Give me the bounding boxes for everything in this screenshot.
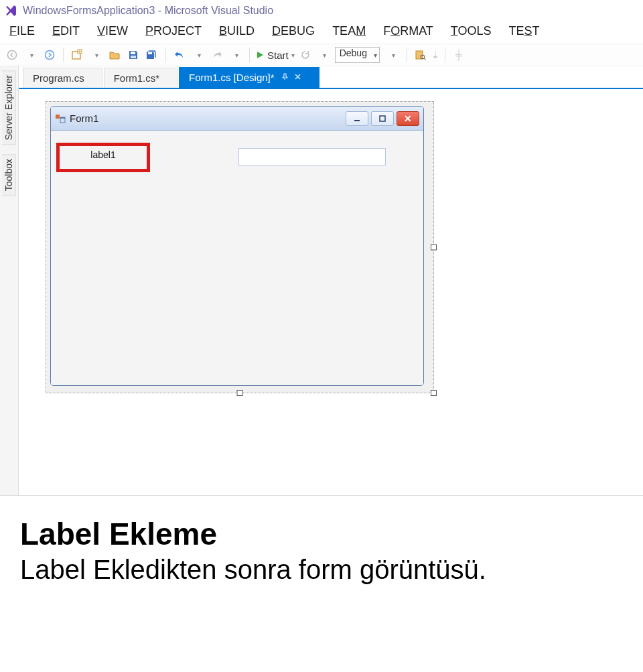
save-all-icon[interactable]: [144, 47, 160, 63]
winform-title: Form1: [70, 113, 98, 124]
solution-config-value: Debug: [335, 47, 380, 63]
toolbar: Start ▾ Debug ⇣ ╪: [0, 44, 643, 66]
toolbar-separator: [63, 48, 64, 62]
caption-heading: Label Ekleme: [20, 516, 623, 552]
winform-icon: [55, 113, 66, 124]
editor-area: Program.cs Form1.cs* Form1.cs [Design]*: [19, 66, 643, 495]
toolbar-separator: [165, 48, 166, 62]
undo-dropdown[interactable]: [190, 47, 206, 63]
menu-debug[interactable]: DEBUG: [272, 24, 315, 38]
solution-config-select[interactable]: Debug: [335, 47, 380, 63]
save-icon[interactable]: [125, 47, 141, 63]
resize-handle-right[interactable]: [431, 245, 437, 251]
doc-tab-form1-code[interactable]: Form1.cs*: [104, 68, 177, 88]
svg-rect-9: [56, 115, 60, 119]
config-dropdown[interactable]: [385, 47, 401, 63]
main-area: Server Explorer Toolbox Program.cs Form1…: [0, 66, 643, 495]
new-project-dropdown[interactable]: [88, 47, 104, 63]
nav-back-icon[interactable]: [4, 47, 20, 63]
textbox-control[interactable]: [238, 148, 386, 165]
menu-view[interactable]: VIEW: [97, 24, 128, 38]
redo-dropdown[interactable]: [228, 47, 244, 63]
find-in-files-icon[interactable]: [413, 47, 429, 63]
svg-rect-13: [380, 116, 385, 121]
align-icon[interactable]: ╪: [451, 47, 467, 63]
undo-icon[interactable]: [171, 47, 188, 63]
close-icon: ✕: [404, 113, 412, 124]
toolbar-separator: [249, 48, 250, 62]
svg-point-0: [8, 51, 17, 60]
winform-titlebar[interactable]: Form1 ✕: [51, 107, 423, 131]
svg-rect-6: [148, 52, 152, 54]
nav-forward-icon[interactable]: [42, 47, 58, 63]
winform-maximize-button[interactable]: [371, 111, 394, 126]
menu-tools[interactable]: TOOLS: [451, 24, 492, 38]
menu-file[interactable]: FILE: [9, 24, 35, 38]
label1-control[interactable]: label1: [90, 149, 115, 165]
menu-format[interactable]: FORMAT: [383, 24, 433, 38]
winform-close-button[interactable]: ✕: [397, 111, 419, 126]
winform-client-area[interactable]: label1: [51, 131, 423, 385]
winform[interactable]: Form1 ✕: [50, 106, 424, 386]
start-label: Start: [267, 50, 289, 61]
caption-text: Label Ekledikten sonra form görüntüsü.: [20, 555, 623, 585]
label1-highlight: label1: [56, 143, 150, 172]
new-project-icon[interactable]: [69, 47, 85, 63]
form-designer-frame[interactable]: Form1 ✕: [46, 101, 434, 393]
svg-point-1: [46, 51, 54, 60]
vs-logo-icon: [4, 4, 17, 17]
toolbar-separator: [407, 48, 407, 62]
svg-rect-12: [354, 120, 360, 121]
browser-dropdown[interactable]: [316, 47, 332, 63]
winform-controls: ✕: [346, 111, 419, 126]
doc-tab-label: Form1.cs [Design]*: [189, 72, 275, 83]
resize-handle-bottom[interactable]: [237, 390, 243, 396]
menu-edit[interactable]: EDIT: [52, 24, 80, 38]
browser-refresh-icon[interactable]: [297, 47, 313, 63]
close-tab-icon[interactable]: [294, 72, 301, 82]
app-title: WindowsFormsApplication3 - Microsoft Vis…: [23, 5, 273, 17]
doc-tab-program[interactable]: Program.cs: [23, 68, 102, 88]
toolbar-separator: [445, 48, 445, 62]
svg-rect-4: [131, 52, 135, 54]
menu-project[interactable]: PROJECT: [145, 24, 202, 38]
design-canvas[interactable]: Form1 ✕: [19, 89, 643, 495]
start-debug-button[interactable]: Start ▾: [255, 50, 295, 61]
side-tab-toolbox[interactable]: Toolbox: [2, 154, 16, 196]
caption-block: Label Ekleme Label Ekledikten sonra form…: [0, 496, 643, 592]
resize-handle-corner[interactable]: [431, 390, 437, 396]
menu-build[interactable]: BUILD: [219, 24, 255, 38]
redo-icon[interactable]: [209, 47, 225, 63]
side-tab-strip: Server Explorer Toolbox: [0, 66, 19, 495]
winform-minimize-button[interactable]: [346, 111, 368, 126]
doc-tab-form1-design[interactable]: Form1.cs [Design]*: [179, 67, 319, 88]
svg-rect-5: [131, 56, 136, 58]
menu-team[interactable]: TEAM: [332, 24, 366, 38]
svg-rect-11: [60, 117, 65, 119]
document-tabs: Program.cs Form1.cs* Form1.cs [Design]*: [19, 66, 643, 89]
menu-bar: FILE EDIT VIEW PROJECT BUILD DEBUG TEAM …: [0, 20, 643, 44]
pin-icon[interactable]: [281, 72, 289, 82]
open-file-icon[interactable]: [106, 47, 123, 63]
menu-test[interactable]: TEST: [509, 24, 540, 38]
nav-back-dropdown[interactable]: [23, 47, 39, 63]
title-bar: WindowsFormsApplication3 - Microsoft Vis…: [0, 0, 643, 20]
vs-window: WindowsFormsApplication3 - Microsoft Vis…: [0, 0, 643, 496]
side-tab-server-explorer[interactable]: Server Explorer: [2, 70, 16, 145]
